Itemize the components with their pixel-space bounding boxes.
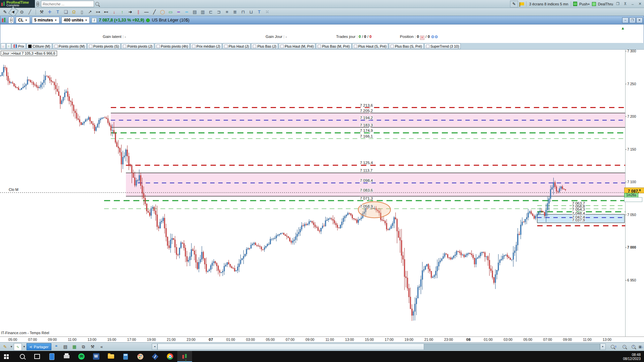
- scrollbar-trough[interactable]: [424, 344, 600, 350]
- channel-right-tool-icon[interactable]: ⊐: [215, 9, 223, 15]
- horizontal-line-tool-icon[interactable]: —: [143, 9, 150, 15]
- delete-tool-icon[interactable]: ▯: [78, 9, 86, 15]
- indicator-button[interactable]: Plus Bas (M, Pré): [316, 43, 351, 49]
- word-app[interactable]: W: [89, 351, 103, 362]
- indicator-button[interactable]: Prix: [12, 43, 26, 49]
- move-tool-icon[interactable]: ✛: [46, 9, 53, 15]
- units-dropdown[interactable]: 400 unités▼: [61, 17, 90, 23]
- calculator-app[interactable]: [118, 351, 133, 362]
- file-explorer-app[interactable]: [103, 351, 118, 362]
- indicator-button[interactable]: Points pivots (J): [121, 43, 154, 49]
- restore-layout-icon[interactable]: ❐: [615, 2, 620, 6]
- chart-minimize-icon[interactable]: –: [622, 17, 629, 23]
- ruler-tool-icon[interactable]: ╱: [26, 9, 34, 15]
- dealthru-label[interactable]: DealThru: [598, 2, 613, 6]
- orderbook-icon[interactable]: ▦: [71, 343, 79, 351]
- zoom-in-button[interactable]: +: [629, 343, 637, 350]
- segment-tool-icon[interactable]: ⊶: [94, 9, 102, 15]
- chart-maximize-icon[interactable]: ❐: [629, 17, 636, 23]
- axis-settings-button[interactable]: ▦↓: [637, 343, 644, 350]
- duplicate-tool-icon[interactable]: ❏: [62, 9, 70, 15]
- indicator-button[interactable]: Plus Haut (S, Pré): [352, 43, 388, 49]
- parallel-lines-tool-icon[interactable]: ∥: [135, 9, 142, 15]
- text2-tool-icon[interactable]: T: [256, 9, 263, 15]
- dots-grid-tool-icon[interactable]: ⁙: [264, 9, 271, 15]
- report-icon[interactable]: ▤: [61, 343, 70, 351]
- position-settings-icon[interactable]: ⚙⚙: [431, 35, 438, 39]
- push-label[interactable]: Push+: [579, 2, 590, 6]
- indicator-button[interactable]: Points pivots (S): [87, 43, 121, 49]
- close-icon[interactable]: ✕: [637, 2, 643, 6]
- indicator-button[interactable]: Prix médian (J): [190, 43, 222, 49]
- oblique-line-tool-icon[interactable]: ╱: [151, 9, 158, 15]
- draw-note-button[interactable]: ✎: [510, 1, 518, 7]
- flag-icon[interactable]: [520, 2, 524, 5]
- zoom-fit-button[interactable]: ⇕: [609, 343, 618, 350]
- alert-tool-icon[interactable]: Ω: [70, 9, 78, 15]
- chart-style-icon[interactable]: ∿: [14, 343, 22, 351]
- chart-tools-icon[interactable]: ⚒: [89, 343, 97, 351]
- search-icon[interactable]: [95, 2, 99, 6]
- trendline-tool-icon[interactable]: ↗: [86, 9, 94, 15]
- zoom-tool-icon[interactable]: ⊙: [18, 9, 26, 15]
- link-chain-icon[interactable]: [36, 2, 39, 6]
- indicator-button[interactable]: SuperTrend (3 10): [424, 43, 461, 49]
- sell-arrow-tool-icon[interactable]: ↓: [110, 9, 118, 15]
- ellipse-tool-icon[interactable]: ◯: [159, 9, 166, 15]
- chevron-down-icon[interactable]: ▼: [10, 345, 13, 348]
- ray-tool-icon[interactable]: ⊷: [102, 9, 110, 15]
- indicator-button[interactable]: Points pivots (4h): [155, 43, 190, 49]
- chrome-app[interactable]: [163, 351, 177, 362]
- range-low-tool-icon[interactable]: ⊓: [239, 9, 247, 15]
- channel-left-tool-icon[interactable]: ⊏: [207, 9, 215, 15]
- pattern-a-tool-icon[interactable]: ▤: [191, 9, 198, 15]
- scrollbar-thumb[interactable]: [157, 344, 424, 350]
- horizontal-scrollbar[interactable]: ◂ ▸: [152, 344, 606, 349]
- scroll-indicators-up-button[interactable]: ↑: [6, 43, 11, 49]
- phone-app[interactable]: [44, 351, 59, 362]
- indicator-button[interactable]: Plus Haut (J): [223, 43, 251, 49]
- scroll-indicators-down-button[interactable]: ↓: [1, 43, 6, 49]
- cyan-segment-tool-icon[interactable]: ━: [183, 9, 190, 15]
- search-input[interactable]: [41, 1, 94, 7]
- spotify-app[interactable]: [74, 351, 89, 362]
- settings-tool-icon[interactable]: ⚒: [38, 9, 45, 15]
- purple-segment-tool-icon[interactable]: ━: [175, 9, 182, 15]
- prorealtime-app[interactable]: [177, 351, 192, 362]
- chevron-down-icon[interactable]: ▼: [23, 345, 26, 348]
- task-view-button[interactable]: [30, 351, 44, 362]
- chart-trading-icon[interactable]: ▲: [621, 26, 625, 31]
- printer-app[interactable]: [59, 351, 74, 362]
- taskbar-search-button[interactable]: [15, 351, 30, 362]
- scroll-left-icon[interactable]: ◂: [152, 344, 157, 350]
- fib-grid-tool-icon[interactable]: ≣: [231, 9, 239, 15]
- indicator-button[interactable]: Plus Bas (J): [251, 43, 278, 49]
- symbol-dropdown[interactable]: CL▼: [16, 17, 30, 23]
- scroll-right-icon[interactable]: ▸: [600, 344, 606, 350]
- timeframe-dropdown[interactable]: 5 minutes▼: [32, 17, 59, 23]
- buy-arrow-tool-icon[interactable]: ↑: [119, 9, 126, 15]
- pattern-b-tool-icon[interactable]: ▥: [199, 9, 206, 15]
- collapse-icon[interactable]: «: [98, 343, 106, 351]
- share-button[interactable]: ⋖Partager: [27, 343, 51, 350]
- chart-area[interactable]: 7 213,67 205,27 194,27 183,37 174,97 166…: [0, 50, 625, 337]
- indicator-button[interactable]: Plus Haut (M, Pré): [279, 43, 315, 49]
- chat-icon[interactable]: ❝: [52, 343, 60, 351]
- indicator-button[interactable]: Clôture (M): [27, 43, 52, 49]
- workspace-label[interactable]: 3 écrans 8 indices 5 mn: [526, 1, 571, 7]
- fib-levels-tool-icon[interactable]: ≡: [223, 9, 231, 15]
- pin-icon[interactable]: ⊼: [623, 2, 628, 6]
- time-axis[interactable]: 05:0007:0009:0011:0013:0015:0017:0019:00…: [0, 337, 644, 343]
- indicator-button[interactable]: Plus Bas (S, Pré): [389, 43, 424, 49]
- zoom-out-button[interactable]: −: [619, 343, 628, 350]
- text-tool-icon[interactable]: T: [54, 9, 61, 15]
- note-edit-icon[interactable]: ✎: [1, 343, 9, 351]
- info-icon[interactable]: i: [92, 18, 97, 23]
- libreoffice-app[interactable]: [148, 351, 163, 362]
- chart-type-icon[interactable]: [2, 17, 6, 23]
- range-high-tool-icon[interactable]: ⊔: [247, 9, 255, 15]
- minimize-icon[interactable]: –: [630, 2, 635, 6]
- taskbar-clock[interactable]: 08:48 08/12/2023: [623, 353, 644, 361]
- paint-app[interactable]: [133, 351, 148, 362]
- start-button[interactable]: [0, 351, 15, 362]
